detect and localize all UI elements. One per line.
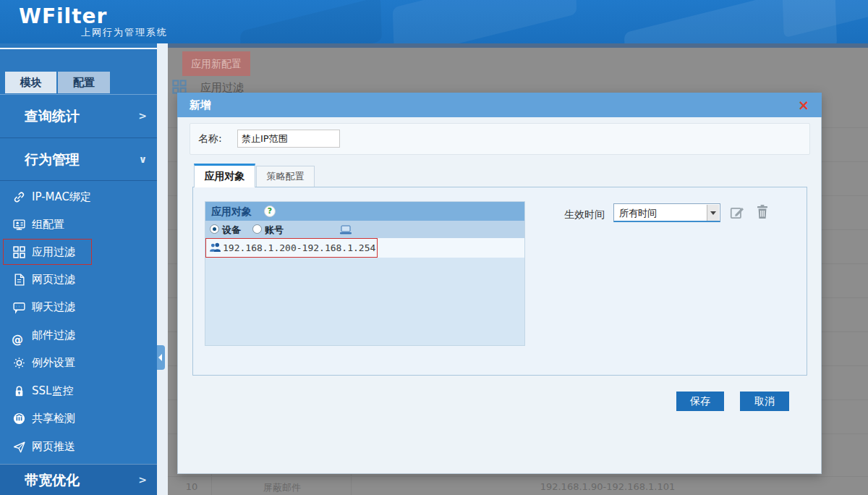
table-row-name: 屏蔽邮件	[217, 481, 347, 494]
brand-logo: WFilter	[19, 4, 107, 28]
delete-schedule-icon[interactable]	[755, 203, 770, 223]
sidebar-item-label: 网页推送	[32, 433, 75, 460]
table-row-target: 192.168.1.90-192.168.1.101	[499, 481, 716, 492]
sidebar-item-label: SSL监控	[32, 377, 73, 405]
radio-account-label[interactable]: 账号	[265, 224, 284, 237]
table-row-line	[168, 476, 868, 477]
share-detect-icon	[12, 412, 27, 426]
tab-apply-objects[interactable]: 应用对象	[194, 164, 255, 187]
sidebar-section-behavior-mgmt[interactable]: 行为管理 ∨	[0, 139, 157, 181]
device-browse-icon[interactable]	[339, 224, 352, 238]
name-input[interactable]	[237, 130, 340, 148]
radio-account[interactable]	[252, 224, 262, 234]
ssl-monitor-icon	[12, 384, 27, 399]
sidebar-item-ip-mac-binding[interactable]: IP-MAC绑定	[0, 183, 157, 211]
object-type-row: 设备 账号	[205, 221, 524, 238]
mail-filter-icon: @	[12, 326, 26, 342]
sidebar-item-label: 聊天过滤	[32, 293, 75, 321]
app-header: WFilter 上网行为管理系统	[0, 0, 868, 43]
table-row-index: 10	[174, 481, 210, 492]
schedule-label: 生效时间	[564, 208, 605, 221]
chevron-down-icon: ∨	[139, 139, 147, 180]
apply-new-config-button[interactable]: 应用新配置	[182, 51, 250, 76]
brand-subtitle: 上网行为管理系统	[81, 26, 168, 39]
sidebar-section-query-stats[interactable]: 查询统计 >	[0, 95, 157, 138]
sidebar-item-label: 网页过滤	[32, 266, 75, 293]
link-icon	[12, 190, 27, 205]
sidebar-item-ssl-monitor[interactable]: SSL监控	[0, 377, 157, 405]
sidebar-item-label: 邮件过滤	[32, 321, 75, 349]
radio-device[interactable]	[210, 224, 219, 234]
header-deco-key	[393, 0, 577, 43]
exception-settings-icon	[12, 356, 27, 371]
sidebar-item-group-config[interactable]: 组配置	[0, 211, 157, 238]
schedule-select[interactable]: 所有时间	[613, 203, 720, 222]
tab-policy-config[interactable]: 策略配置	[256, 166, 315, 187]
web-filter-icon	[12, 273, 27, 287]
web-push-icon	[12, 440, 27, 454]
sidebar-item-label: 组配置	[32, 211, 64, 238]
name-field-label: 名称:	[198, 132, 222, 145]
group-config-icon	[12, 218, 27, 232]
sidebar-top-divider	[0, 48, 157, 49]
sidebar-item-chat-filter[interactable]: 聊天过滤	[0, 293, 157, 321]
dialog-title: 新增	[190, 93, 211, 117]
edit-schedule-icon[interactable]	[729, 205, 745, 224]
sidebar-section-bandwidth[interactable]: 带宽优化 >	[0, 464, 157, 495]
content-top-strip	[168, 43, 868, 48]
sidebar-item-mail-filter[interactable]: @ 邮件过滤	[0, 321, 157, 349]
chevron-right-icon: >	[138, 465, 147, 495]
sidebar-item-share-detect[interactable]: 共享检测	[0, 405, 157, 432]
dialog-titlebar	[177, 93, 822, 117]
panel-header: 应用对象 ?	[205, 202, 524, 221]
section-label: 带宽优化	[25, 465, 80, 495]
chevron-right-icon: >	[138, 95, 147, 138]
radio-device-label[interactable]: 设备	[222, 224, 241, 237]
sidebar-item-label: IP-MAC绑定	[32, 183, 91, 211]
chat-filter-icon	[12, 300, 27, 315]
cancel-button[interactable]: 取消	[740, 392, 789, 411]
wfilter-app: WFilter 上网行为管理系统 模块 配置 查询统计 > 行为管理 ∨ IP-…	[0, 0, 868, 495]
active-item-highlight	[3, 239, 92, 265]
sidebar-collapse-handle[interactable]	[157, 345, 165, 370]
sidebar-gutter	[157, 43, 168, 495]
sidebar-item-web-push[interactable]: 网页推送	[0, 433, 157, 460]
dropdown-arrow-icon[interactable]	[707, 205, 719, 221]
section-label: 行为管理	[25, 139, 80, 180]
sidebar-item-label: 共享检测	[32, 405, 75, 432]
schedule-selected-value: 所有时间	[619, 207, 657, 220]
close-icon[interactable]: ×	[794, 96, 813, 114]
panel-header-label: 应用对象	[211, 202, 252, 221]
ip-range-list-item[interactable]: 192.168.1.200-192.168.1.254	[205, 238, 524, 258]
sidebar-item-web-filter[interactable]: 网页过滤	[0, 266, 157, 293]
header-deco-key	[240, 0, 382, 43]
sidebar-tab-module[interactable]: 模块	[5, 72, 56, 93]
help-icon[interactable]: ?	[264, 206, 276, 217]
sidebar-tab-config[interactable]: 配置	[58, 72, 110, 93]
save-button[interactable]: 保存	[676, 392, 724, 411]
sidebar-item-label: 例外设置	[32, 349, 75, 376]
apply-objects-panel: 应用对象 ? 设备 账号	[205, 201, 525, 346]
item-highlight-border	[205, 238, 378, 258]
sidebar-item-exception-settings[interactable]: 例外设置	[0, 349, 157, 376]
section-label: 查询统计	[25, 95, 80, 138]
